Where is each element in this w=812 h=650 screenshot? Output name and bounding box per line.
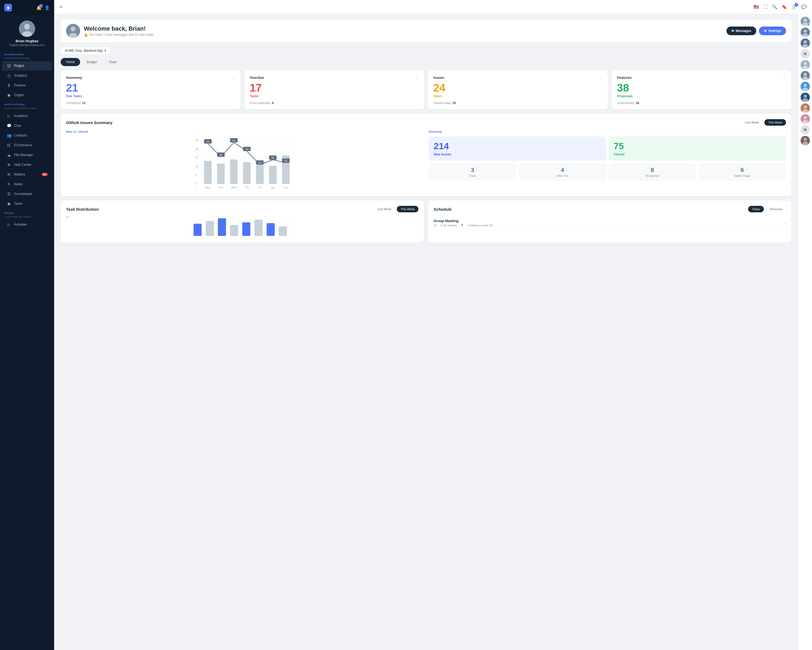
right-avatar-5[interactable] (801, 82, 810, 91)
right-avatar-m1[interactable]: M (801, 49, 810, 58)
cart-icon[interactable]: 🛒 5 (791, 5, 797, 9)
sidebar-item-analytics[interactable]: ◷ Analytics (2, 71, 52, 80)
settings-button[interactable]: ⚙ Settings (759, 26, 786, 35)
sidebar-item-academy[interactable]: ▷ Academy (2, 111, 52, 121)
right-avatar-7[interactable] (801, 104, 810, 113)
sidebar-header: ◈ 🔔 3 👤 (0, 0, 54, 15)
svg-point-79 (804, 106, 807, 109)
github-last-week-toggle[interactable]: Last Week (741, 119, 763, 126)
right-avatar-8[interactable] (801, 114, 810, 124)
overdue-footer: From yesterday: 9 (250, 101, 419, 104)
sidebar-item-crypto[interactable]: ◉ Crypto (2, 90, 52, 99)
user-circle-icon[interactable]: 👤 (44, 5, 50, 10)
welcome-avatar (66, 24, 80, 38)
task-dist-this-week[interactable]: This Week (397, 206, 418, 213)
svg-rect-21 (243, 162, 250, 184)
github-this-week-toggle[interactable]: This Week (765, 119, 786, 126)
sidebar-item-activities[interactable]: ▷ Activities (2, 220, 52, 229)
sidebar-item-ecommerce[interactable]: 🛒 ECommerce › (2, 141, 52, 150)
task-dist-last-week[interactable]: Last Week (374, 206, 395, 213)
svg-rect-56 (279, 226, 287, 236)
overdue-footer-val: 9 (272, 101, 274, 104)
issues-footer-key: Closed today: (433, 101, 452, 104)
right-avatar-4[interactable] (801, 71, 810, 80)
svg-rect-19 (217, 164, 224, 184)
chart-subtitle: New vs. Closed (66, 130, 423, 133)
summary-number: 21 (66, 82, 235, 93)
svg-text:45: 45 (195, 139, 199, 142)
fixed-num: 3 (432, 167, 514, 174)
github-chart-svg: 45 36 27 18 9 0 (66, 136, 423, 191)
notification-icon[interactable]: 🔔 3 (36, 5, 42, 10)
features-card-menu-icon[interactable]: ⋮ (782, 75, 786, 80)
dashboards-section-label: DASHBOARDS (0, 50, 54, 57)
right-avatar-m2[interactable]: M (801, 125, 810, 134)
meeting-chevron-icon[interactable]: › (785, 221, 786, 225)
svg-rect-51 (218, 218, 226, 236)
messages-button[interactable]: ✉ Messages (727, 26, 756, 35)
project-selector[interactable]: ACME Corp. Backend App ▾ (61, 47, 110, 55)
ecommerce-icon: 🛒 (6, 143, 11, 147)
reopened-num: 8 (611, 167, 693, 174)
pages-section-label: PAGES (0, 208, 54, 216)
schedule-toggle-group: Today Tomorrow (748, 206, 786, 213)
sidebar-item-contacts[interactable]: 👥 Contacts (2, 131, 52, 140)
activities-icon: ▷ (6, 222, 11, 227)
crypto-icon: ◉ (6, 93, 11, 97)
task-dist-toggle-group: Last Week This Week (374, 206, 418, 213)
search-icon[interactable]: 🔍 (772, 5, 777, 9)
tab-home[interactable]: Home (61, 58, 80, 66)
sidebar-item-notes[interactable]: ✎ Notes (2, 180, 52, 189)
schedule-header: Schedule Today Tomorrow (433, 206, 786, 213)
chat-topbar-icon[interactable]: 💬 (801, 5, 807, 9)
flag-icon[interactable]: 🇺🇸 (754, 5, 759, 9)
welcome-left: Welcome back, Brian! 🔔 You have 2 new me… (66, 24, 154, 38)
right-avatar-6[interactable] (801, 93, 810, 102)
sidebar-item-tasks[interactable]: ◉ Tasks (2, 199, 52, 208)
overdue-card-menu-icon[interactable]: ⋮ (415, 75, 419, 80)
summary-footer-key: Completed: (66, 101, 81, 104)
app-logo[interactable]: ◈ (4, 4, 12, 11)
helpcenter-icon: ⊕ (6, 162, 11, 167)
svg-rect-49 (194, 224, 201, 236)
meeting-title: Group Meeting (433, 219, 493, 223)
sidebar-item-academy-label: Academy (14, 114, 27, 118)
task-dist-chart: 40 (66, 216, 418, 237)
hamburger-icon[interactable]: ≡ (60, 5, 62, 9)
issues-card: Issues ⋮ 24 Open Closed today: 19 (428, 70, 608, 109)
topbar-right: 🇺🇸 ⛶ 🔍 🔖 🛒 5 💬 (754, 5, 807, 9)
tab-budget[interactable]: Budget (81, 58, 102, 66)
sidebar-item-filemanager[interactable]: ☁ File Manager (2, 150, 52, 159)
summary-label: Due Tasks (66, 94, 235, 98)
right-avatar-0[interactable] (801, 17, 810, 26)
sidebar-item-scrumboard[interactable]: ☰ Scrumboard (2, 189, 52, 199)
sidebar-item-project[interactable]: ☑ Project (2, 61, 52, 70)
right-avatar-2[interactable] (801, 38, 810, 47)
tab-team[interactable]: Team (104, 58, 122, 66)
sidebar-item-finance[interactable]: $ Finance (2, 81, 52, 90)
sidebar-item-filemanager-label: File Manager (14, 153, 33, 157)
summary-card-menu-icon[interactable]: ⋮ (231, 75, 235, 80)
svg-text:Mon: Mon (205, 186, 210, 189)
schedule-tomorrow-toggle[interactable]: Tomorrow (765, 206, 786, 213)
right-avatar-1[interactable] (801, 28, 810, 37)
meeting-time-icon: 🕐 (433, 224, 437, 227)
right-avatar-3[interactable] (801, 60, 810, 69)
fullscreen-icon[interactable]: ⛶ (763, 5, 768, 9)
issues-card-menu-icon[interactable]: ⋮ (599, 75, 603, 80)
svg-text:36: 36 (195, 148, 199, 151)
chat-icon: 💬 (6, 124, 11, 128)
schedule-today-toggle[interactable]: Today (748, 206, 763, 213)
welcome-header: Welcome back, Brian! 🔔 You have 2 new me… (61, 20, 791, 42)
project-selector-label: ACME Corp. Backend App (65, 49, 103, 52)
sidebar-item-chat[interactable]: 💬 Chat (2, 121, 52, 130)
github-section: Github Issues Summary Last Week This Wee… (61, 114, 791, 196)
sidebar-item-mailbox[interactable]: ✉ Mailbox 27 (2, 170, 52, 179)
messages-button-label: Messages (736, 29, 751, 33)
bookmark-icon[interactable]: 🔖 (782, 5, 787, 9)
tasks-icon: ◉ (6, 202, 11, 206)
right-avatar-9[interactable] (801, 136, 810, 145)
stat-cards: Summary ⋮ 21 Due Tasks Completed: 13 Ove… (61, 70, 791, 109)
topbar: ≡ 🇺🇸 ⛶ 🔍 🔖 🛒 5 💬 (54, 0, 812, 14)
sidebar-item-helpcenter[interactable]: ⊕ Help Center › (2, 160, 52, 169)
